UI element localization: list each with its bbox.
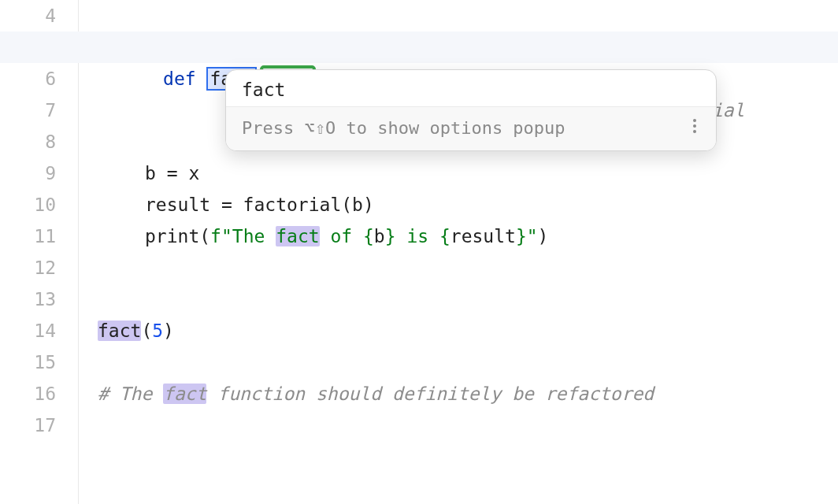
comment: # The bbox=[98, 384, 163, 404]
fstring: f"The bbox=[210, 226, 276, 246]
line-number: 15 bbox=[0, 346, 56, 378]
code-line-16[interactable]: # The fact function should definitely be… bbox=[79, 378, 838, 410]
ghost-text: ial bbox=[712, 94, 745, 126]
brace: { bbox=[439, 226, 451, 246]
svg-point-7 bbox=[693, 130, 696, 133]
var: result bbox=[451, 226, 516, 246]
code-editor: 4567891011121314151617 def fact(x): ial … bbox=[0, 0, 838, 504]
popup-suggestion[interactable]: fact bbox=[226, 70, 716, 106]
line-number: 10 bbox=[0, 189, 56, 220]
paren: ) bbox=[163, 321, 174, 341]
line-number: 6 bbox=[0, 63, 56, 94]
brace: { bbox=[363, 226, 374, 246]
popup-hint-text: Press ⌥⇧O to show options popup bbox=[242, 118, 565, 138]
occurrence-highlight: fact bbox=[98, 321, 141, 341]
code-line-11[interactable]: print(f"The fact of {b} is {result}") bbox=[79, 220, 838, 252]
code-text: result = factorial(b) bbox=[145, 195, 374, 215]
code-line-14[interactable]: fact(5) bbox=[79, 315, 838, 346]
code-text: b = x bbox=[145, 163, 199, 183]
line-number: 11 bbox=[0, 220, 56, 252]
line-number: 16 bbox=[0, 378, 56, 410]
line-number: 17 bbox=[0, 410, 56, 441]
code-area[interactable]: def fact(x): ial b = x result = factoria… bbox=[79, 0, 838, 504]
line-number: 13 bbox=[0, 284, 56, 315]
line-number: 12 bbox=[0, 252, 56, 284]
print-call: print( bbox=[145, 226, 210, 246]
code-line-15[interactable] bbox=[79, 346, 838, 378]
code-line-12[interactable] bbox=[79, 252, 838, 284]
brace: } bbox=[516, 226, 527, 246]
fstring-close: " bbox=[527, 226, 538, 246]
popup-footer: Press ⌥⇧O to show options popup bbox=[226, 106, 716, 150]
fstring: of bbox=[320, 226, 363, 246]
paren-close: ) bbox=[538, 226, 549, 246]
comment: function should definitely be refactored bbox=[206, 384, 654, 404]
var: b bbox=[374, 226, 385, 246]
code-line-5[interactable]: def fact(x): bbox=[79, 32, 838, 63]
line-number: 14 bbox=[0, 315, 56, 346]
line-number: 9 bbox=[0, 158, 56, 189]
brace: } bbox=[385, 226, 396, 246]
code-line-4[interactable] bbox=[79, 0, 838, 32]
more-options-icon[interactable] bbox=[684, 115, 705, 141]
svg-point-5 bbox=[693, 119, 696, 122]
code-line-9[interactable]: b = x bbox=[79, 158, 838, 189]
line-number-gutter: 4567891011121314151617 bbox=[0, 0, 79, 504]
line-number: 4 bbox=[0, 0, 56, 32]
number-literal: 5 bbox=[152, 321, 163, 341]
fstring: is bbox=[396, 226, 439, 246]
svg-point-6 bbox=[693, 124, 696, 128]
line-number: 8 bbox=[0, 126, 56, 158]
code-line-13[interactable] bbox=[79, 284, 838, 315]
paren: ( bbox=[141, 321, 152, 341]
line-number: 7 bbox=[0, 94, 56, 126]
rename-popup: fact Press ⌥⇧O to show options popup bbox=[225, 69, 717, 151]
code-line-17[interactable] bbox=[79, 410, 838, 441]
code-line-10[interactable]: result = factorial(b) bbox=[79, 189, 838, 220]
occurrence-highlight: fact bbox=[163, 384, 206, 404]
occurrence-highlight: fact bbox=[276, 226, 319, 246]
